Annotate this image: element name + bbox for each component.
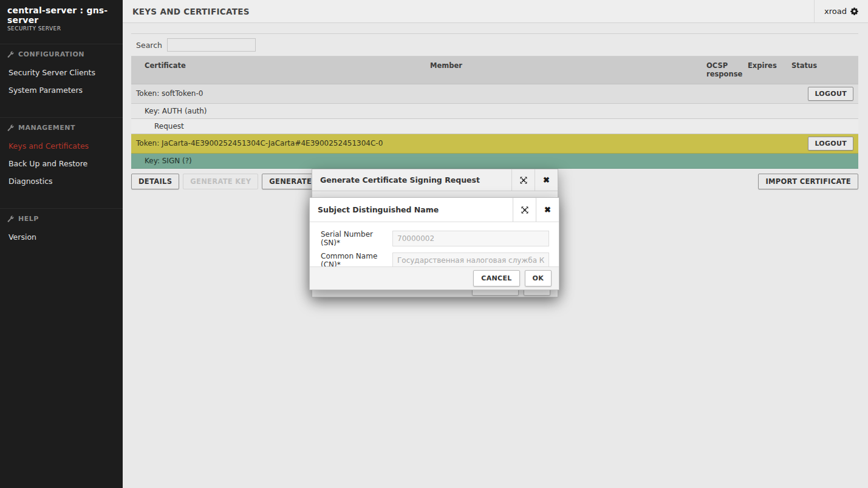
sidebar-item-security-server-clients[interactable]: Security Server Clients (0, 64, 123, 81)
wrench-icon (7, 51, 14, 58)
generate-csr-dialog-header[interactable]: Generate Certificate Signing Request ✖ (312, 169, 558, 191)
sidebar-section-help: HELP (0, 208, 123, 228)
topbar: KEYS AND CERTIFICATES xroad (123, 0, 868, 23)
table-header: Certificate Member OCSP response Expires… (131, 56, 858, 84)
table-row-token-jacarta[interactable]: Token: JaCarta-4E3900252451304C-JaCarta#… (131, 134, 858, 154)
table-row-key-auth[interactable]: Key: AUTH (auth) (131, 104, 858, 119)
key-label: Key: AUTH (auth) (145, 107, 853, 115)
subject-dn-dialog-header[interactable]: Subject Distinguished Name ✖ (310, 198, 559, 222)
generate-key-button[interactable]: GENERATE KEY (183, 174, 258, 189)
sidebar-section-label: HELP (18, 215, 39, 223)
sidebar: central-server : gns-server SECURITY SER… (0, 0, 123, 488)
server-type: SECURITY SERVER (7, 25, 115, 32)
server-identity: central-server : gns-server SECURITY SER… (0, 0, 123, 36)
sidebar-section-label: CONFIGURATION (18, 50, 84, 58)
search-label: Search (136, 41, 162, 50)
sidebar-item-system-parameters[interactable]: System Parameters (0, 81, 123, 99)
maximize-icon[interactable] (513, 198, 536, 222)
dialog-title: Subject Distinguished Name (310, 198, 513, 222)
import-certificate-button[interactable]: IMPORT CERTIFICATE (758, 174, 858, 189)
sidebar-item-keys-and-certificates[interactable]: Keys and Certificates (0, 137, 123, 155)
cancel-button[interactable]: CANCEL (473, 270, 519, 286)
dialog-title: Generate Certificate Signing Request (312, 169, 511, 191)
user-menu[interactable]: xroad (814, 0, 868, 22)
sidebar-item-version[interactable]: Version (0, 228, 123, 246)
request-label: Request (154, 122, 853, 130)
serial-number-label: Serial Number (SN)* (321, 230, 392, 247)
serial-number-field[interactable] (392, 231, 549, 246)
details-button[interactable]: DETAILS (131, 174, 179, 189)
gear-icon (850, 7, 858, 15)
wrench-icon (7, 124, 14, 131)
search-input[interactable] (167, 38, 256, 52)
sidebar-item-back-up-and-restore[interactable]: Back Up and Restore (0, 155, 123, 172)
column-header-certificate: Certificate (131, 61, 430, 79)
server-name: central-server : gns-server (7, 5, 115, 25)
close-icon[interactable]: ✖ (536, 198, 559, 222)
user-menu-label: xroad (824, 7, 847, 16)
table-row-token-softtoken[interactable]: Token: softToken-0 LOGOUT (131, 84, 858, 104)
sidebar-item-diagnostics[interactable]: Diagnostics (0, 172, 123, 190)
key-label: Key: SIGN (?) (145, 157, 853, 165)
logout-button[interactable]: LOGOUT (808, 137, 853, 151)
token-label: Token: JaCarta-4E3900252451304C-JaCarta#… (136, 139, 808, 147)
subject-dn-dialog-footer: CANCEL OK (310, 266, 559, 290)
ok-button[interactable]: OK (525, 270, 552, 286)
subject-dn-dialog: Subject Distinguished Name ✖ Serial Numb… (309, 197, 559, 290)
table-row-request[interactable]: Request (131, 119, 858, 134)
maximize-icon[interactable] (511, 169, 535, 191)
logout-button[interactable]: LOGOUT (808, 87, 853, 101)
sidebar-section-label: MANAGEMENT (18, 124, 75, 132)
close-icon[interactable]: ✖ (535, 169, 558, 191)
column-header-ocsp-response: OCSP response (706, 61, 738, 79)
page-title: KEYS AND CERTIFICATES (123, 7, 814, 16)
wrench-icon (7, 215, 14, 222)
sidebar-section-configuration: CONFIGURATION (0, 44, 123, 64)
token-label: Token: softToken-0 (136, 89, 808, 98)
search-row: Search (131, 33, 858, 56)
column-header-expires: Expires (748, 61, 791, 79)
table-row-key-sign[interactable]: Key: SIGN (?) (131, 154, 858, 169)
column-header-member: Member (430, 61, 706, 79)
sidebar-section-management: MANAGEMENT (0, 117, 123, 137)
column-header-status: Status (791, 61, 858, 79)
